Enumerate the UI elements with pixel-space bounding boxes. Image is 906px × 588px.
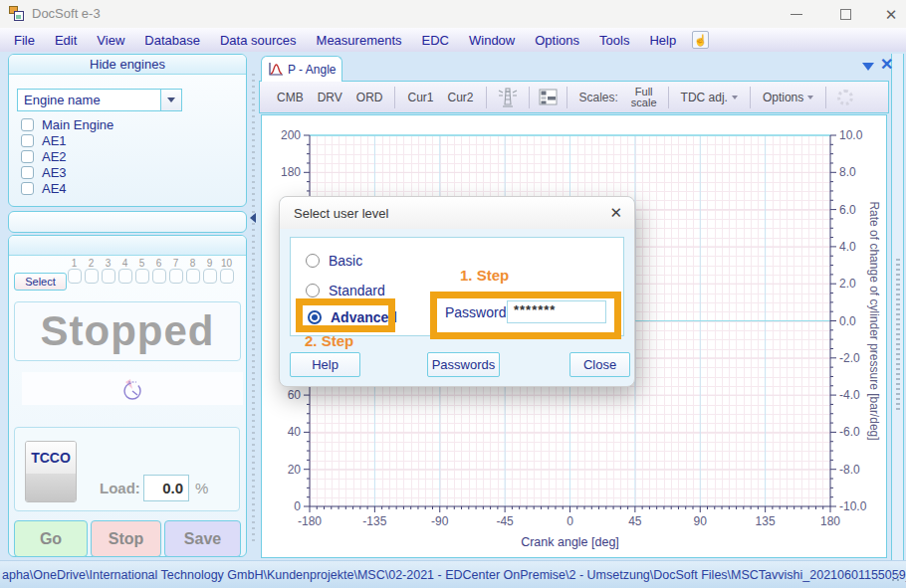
menu-database[interactable]: Database <box>134 33 210 48</box>
cylinder-5[interactable]: 5 <box>134 258 149 284</box>
cylinder-2[interactable]: 2 <box>84 258 99 284</box>
menu-data-sources[interactable]: Data sources <box>210 33 307 48</box>
toolbar-separator <box>825 87 826 108</box>
cylinder-8[interactable]: 8 <box>185 258 200 284</box>
cylinder-7[interactable]: 7 <box>168 258 183 284</box>
menu-options[interactable]: Options <box>525 33 589 48</box>
tab-list-dropdown-icon[interactable] <box>862 63 874 71</box>
tcco-button[interactable]: TCCO <box>25 441 77 502</box>
collapsed-panel[interactable] <box>8 211 247 233</box>
toolbar-separator <box>750 87 751 108</box>
svg-text:0: 0 <box>294 499 301 513</box>
checkbox[interactable] <box>203 269 217 284</box>
sidebar-splitter[interactable] <box>249 54 258 560</box>
dropdown-button[interactable] <box>160 90 181 110</box>
checkbox[interactable] <box>21 118 34 131</box>
save-button[interactable]: Save <box>164 520 241 557</box>
engine-name-dropdown[interactable]: Engine name <box>17 89 182 111</box>
checkbox[interactable] <box>21 166 34 179</box>
control-panel-header[interactable] <box>9 236 246 256</box>
menu-tools[interactable]: Tools <box>589 33 639 48</box>
collapse-arrow-icon[interactable] <box>250 213 256 223</box>
checkbox[interactable] <box>220 269 234 284</box>
svg-text:40: 40 <box>288 425 302 439</box>
maximize-button[interactable] <box>825 0 865 28</box>
radio-basic[interactable]: Basic <box>306 253 362 268</box>
radio-icon[interactable] <box>308 310 322 324</box>
cylinder-10[interactable]: 10 <box>219 258 234 284</box>
menu-edc[interactable]: EDC <box>412 33 459 48</box>
cylinder-number: 1 <box>72 258 78 269</box>
full-scale-button[interactable]: Full scale <box>625 87 663 108</box>
checkbox[interactable] <box>169 269 183 284</box>
cylinder-number: 6 <box>156 258 162 269</box>
cylinder-3[interactable]: 3 <box>101 258 115 284</box>
options-label: Options <box>763 91 803 104</box>
tdc-adj-dropdown[interactable]: TDC adj. <box>674 91 745 104</box>
gauge-icon <box>119 376 145 402</box>
cmb-button[interactable]: CMB <box>270 91 311 104</box>
tab-close-icon[interactable]: ✕ <box>880 55 893 74</box>
engine-row-main[interactable]: Main Engine <box>21 117 113 131</box>
hide-engines-header[interactable]: Hide engines <box>9 55 246 75</box>
stop-button[interactable]: Stop <box>91 520 161 557</box>
cylinder-6[interactable]: 6 <box>151 258 166 284</box>
help-button[interactable]: Help <box>290 352 360 377</box>
close-dialog-button[interactable]: Close <box>569 352 630 377</box>
checkbox[interactable] <box>135 269 149 284</box>
select-button[interactable]: Select <box>14 273 67 291</box>
cur2-button[interactable]: Cur2 <box>440 91 480 104</box>
svg-text:4.0: 4.0 <box>839 240 856 254</box>
cylinder-1[interactable]: 1 <box>67 258 82 284</box>
minimize-button[interactable] <box>777 0 816 28</box>
menu-help[interactable]: Help <box>639 33 686 48</box>
table-layout-icon[interactable] <box>539 89 558 105</box>
ord-button[interactable]: ORD <box>349 91 390 104</box>
svg-text:20: 20 <box>288 463 302 477</box>
checkbox[interactable] <box>85 269 99 284</box>
options-dropdown[interactable]: Options <box>756 91 820 104</box>
resize-grip[interactable] <box>897 579 899 581</box>
hand-pointer-icon[interactable]: ☝ <box>692 31 709 49</box>
checkbox[interactable] <box>152 269 166 284</box>
menu-view[interactable]: View <box>87 33 134 48</box>
checkbox[interactable] <box>102 269 115 284</box>
engine-name-value: Engine name <box>18 93 160 107</box>
toolbar-separator <box>529 87 530 108</box>
engine-row-ae2[interactable]: AE2 <box>21 149 67 163</box>
close-button[interactable]: ✕ <box>871 0 906 28</box>
status-bar: apha\OneDrive\International Technology G… <box>0 560 906 588</box>
radio-advanced[interactable]: Advanced <box>308 309 397 324</box>
svg-text:60: 60 <box>288 388 302 402</box>
go-button[interactable]: Go <box>14 520 88 557</box>
checkbox[interactable] <box>186 269 200 284</box>
cylinder-number: 2 <box>89 258 95 269</box>
radio-icon[interactable] <box>306 284 320 297</box>
right-splitter[interactable] <box>891 54 904 560</box>
menu-window[interactable]: Window <box>459 33 525 48</box>
menu-file[interactable]: File <box>4 33 45 48</box>
passwords-button[interactable]: Passwords <box>427 352 500 377</box>
checkbox[interactable] <box>21 182 34 195</box>
checkbox[interactable] <box>118 269 132 284</box>
radio-standard[interactable]: Standard <box>306 283 385 297</box>
radio-label: Standard <box>329 283 385 298</box>
load-input[interactable]: 0.0 <box>143 475 189 501</box>
checkbox[interactable] <box>68 269 82 284</box>
cylinder-9[interactable]: 9 <box>202 258 217 284</box>
tab-p-angle[interactable]: P - Angle <box>261 56 342 82</box>
engine-row-ae3[interactable]: AE3 <box>21 165 67 179</box>
engine-row-ae4[interactable]: AE4 <box>21 181 67 195</box>
drv-button[interactable]: DRV <box>311 91 349 104</box>
engine-row-ae1[interactable]: AE1 <box>21 133 67 147</box>
checkbox[interactable] <box>21 150 34 163</box>
menu-measurements[interactable]: Measurements <box>307 33 412 48</box>
radio-icon[interactable] <box>306 254 320 268</box>
checkbox[interactable] <box>21 134 34 147</box>
dialog-close-icon[interactable]: ✕ <box>609 204 622 222</box>
lighthouse-icon[interactable] <box>496 86 520 109</box>
cur1-button[interactable]: Cur1 <box>400 91 440 104</box>
cylinder-4[interactable]: 4 <box>117 258 132 284</box>
password-input[interactable]: ******* <box>507 300 606 323</box>
menu-edit[interactable]: Edit <box>45 33 87 48</box>
